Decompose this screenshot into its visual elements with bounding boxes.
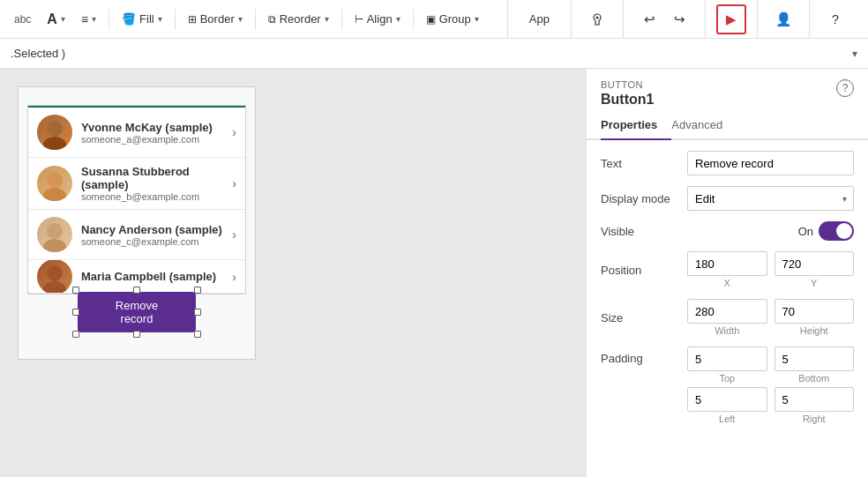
border-icon: ⊞: [188, 13, 197, 26]
item-email: someone_b@example.com: [81, 191, 223, 202]
formula-chevron-icon[interactable]: ▾: [852, 48, 857, 60]
svg-point-10: [47, 265, 63, 281]
position-x-input[interactable]: [687, 251, 767, 276]
padding-top-bottom-row: Top Bottom: [687, 347, 854, 384]
right-panel: BUTTON Button1 ? Properties Advanced Tex…: [586, 69, 868, 477]
run-button[interactable]: ▶: [716, 4, 746, 34]
position-label: Position: [601, 264, 680, 277]
position-row: Position X Y: [601, 251, 854, 288]
align-menu-label: Align: [367, 12, 393, 26]
visible-toggle-wrapper: On: [798, 221, 854, 241]
text-format-button[interactable]: abc: [7, 10, 38, 29]
remove-record-button[interactable]: Remove record: [78, 292, 196, 332]
align-button[interactable]: ≡ ▾: [74, 9, 103, 30]
run-section: ▶: [705, 0, 757, 39]
list-item[interactable]: Maria Campbell (sample) ›: [28, 260, 245, 294]
app-label: App: [519, 12, 560, 26]
group-icon: ▣: [426, 13, 436, 26]
padding-right-item: Right: [774, 387, 855, 424]
toolbar-divider-2: [175, 9, 176, 30]
text-property-row: Text: [601, 151, 854, 175]
padding-right-input[interactable]: [774, 387, 855, 412]
reorder-button[interactable]: ⧉ Reorder ▾: [261, 9, 336, 29]
gallery-list: Yvonne McKay (sample) someone_a@example.…: [27, 105, 246, 294]
position-inputs: X Y: [687, 251, 854, 288]
font-chevron-icon: ▾: [61, 14, 65, 24]
reorder-icon: ⧉: [268, 13, 276, 26]
padding-top-input[interactable]: [687, 347, 767, 371]
align-menu-chevron-icon: ▾: [396, 14, 400, 24]
size-height-input[interactable]: [774, 299, 855, 324]
visible-toggle[interactable]: [819, 221, 854, 241]
list-item[interactable]: Nancy Anderson (sample) someone_c@exampl…: [28, 210, 245, 260]
group-chevron-icon: ▾: [475, 14, 479, 24]
align-icon: ≡: [81, 12, 88, 26]
remove-button-label: Remove record: [116, 299, 158, 325]
fill-button[interactable]: 🪣 Fill ▾: [115, 9, 169, 29]
main-area: Yvonne McKay (sample) someone_a@example.…: [0, 69, 868, 477]
help-section: ?: [809, 0, 861, 39]
panel-title: Button1: [601, 92, 654, 108]
align-menu-button[interactable]: ⊢ Align ▾: [348, 9, 408, 29]
font-button[interactable]: A ▾: [40, 8, 72, 31]
position-x-item: X: [687, 251, 767, 288]
border-button[interactable]: ⊞ Border ▾: [181, 9, 250, 29]
text-prop-label: Text: [601, 157, 680, 170]
padding-label: Padding: [601, 352, 680, 365]
user-button[interactable]: 👤: [768, 4, 798, 34]
height-label: Height: [774, 325, 855, 336]
app-section: App: [507, 0, 571, 39]
panel-help-button[interactable]: ?: [836, 79, 854, 97]
padding-bottom-label: Bottom: [774, 373, 855, 384]
connection-icon-button[interactable]: [582, 4, 612, 34]
padding-bottom-item: Bottom: [774, 347, 855, 384]
size-label: Size: [601, 311, 680, 324]
formula-bar: ▾: [0, 39, 868, 69]
position-y-input[interactable]: [774, 251, 855, 276]
undo-button[interactable]: ↩: [634, 4, 664, 34]
panel-header-info: BUTTON Button1: [601, 79, 654, 108]
group-button[interactable]: ▣ Group ▾: [419, 9, 486, 29]
visible-row: Visible On: [601, 221, 854, 241]
size-w-item: Width: [687, 299, 767, 336]
padding-top-label: Top: [687, 373, 767, 384]
display-mode-row: Display mode Edit View Disabled ▾: [601, 186, 854, 211]
avatar: [37, 217, 72, 252]
list-item[interactable]: Susanna Stubberod (sample) someone_b@exa…: [28, 158, 245, 210]
padding-left-right-row: Left Right: [687, 387, 854, 424]
tab-properties[interactable]: Properties: [601, 111, 671, 140]
app-frame: Yvonne McKay (sample) someone_a@example.…: [18, 86, 256, 360]
item-info: Nancy Anderson (sample) someone_c@exampl…: [81, 223, 223, 247]
toolbar-divider-5: [413, 9, 414, 30]
size-width-input[interactable]: [687, 299, 767, 324]
padding-top-item: Top: [687, 347, 767, 384]
svg-point-0: [596, 16, 599, 19]
handle-br[interactable]: [194, 331, 201, 338]
text-prop-input[interactable]: [687, 151, 854, 175]
padding-left-input[interactable]: [687, 387, 767, 412]
visible-label: Visible: [601, 225, 680, 238]
list-item[interactable]: Yvonne McKay (sample) someone_a@example.…: [28, 106, 245, 158]
panel-header: BUTTON Button1 ?: [587, 69, 868, 111]
svg-point-11: [43, 281, 66, 294]
fill-chevron-icon: ▾: [158, 14, 162, 24]
item-info: Yvonne McKay (sample) someone_a@example.…: [81, 121, 223, 145]
toolbar-divider-1: [108, 9, 109, 30]
tab-advanced[interactable]: Advanced: [671, 111, 737, 140]
size-h-item: Height: [774, 299, 855, 336]
user-section: 👤: [757, 0, 809, 39]
redo-button[interactable]: ↪: [664, 4, 694, 34]
avatar: [37, 260, 72, 294]
padding-left-item: Left: [687, 387, 767, 424]
item-name: Yvonne McKay (sample): [81, 121, 223, 134]
display-mode-select[interactable]: Edit View Disabled: [687, 186, 854, 211]
avatar: [37, 166, 72, 201]
formula-input[interactable]: [11, 47, 852, 60]
canvas-area[interactable]: Yvonne McKay (sample) someone_a@example.…: [0, 69, 586, 477]
width-label: Width: [687, 325, 767, 336]
connection-section: [571, 0, 623, 39]
help-button[interactable]: ?: [820, 4, 850, 34]
padding-bottom-input[interactable]: [774, 347, 855, 371]
abc-icon: abc: [14, 13, 31, 26]
item-email: someone_c@example.com: [81, 236, 223, 247]
